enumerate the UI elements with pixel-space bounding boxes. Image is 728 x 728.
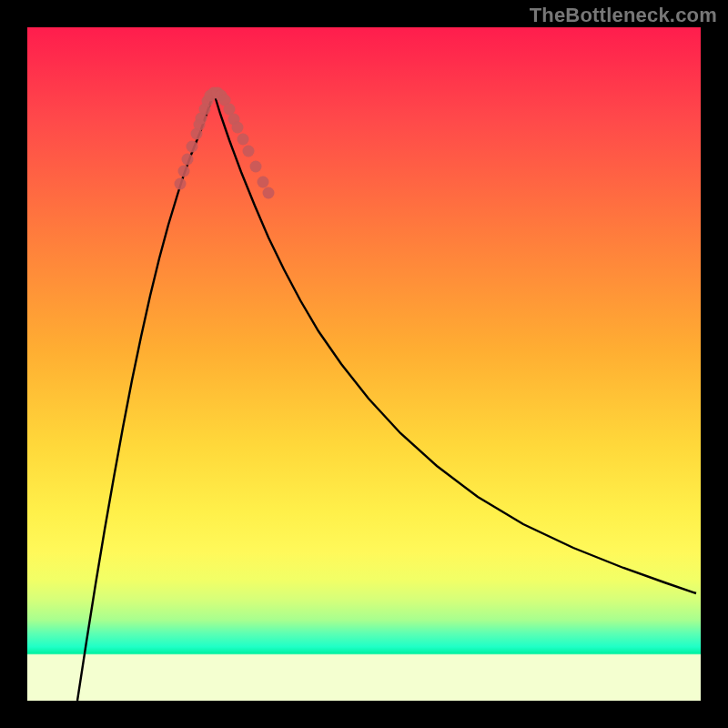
curve-marker [243,146,255,157]
chart-svg [27,27,701,701]
chart-frame: TheBottleneck.com [0,0,728,728]
curve-marker [232,122,244,134]
curve-marker [182,154,194,166]
curve-marker [250,161,262,173]
plot-area [27,27,701,701]
curve-markers [175,87,275,199]
curve-marker [238,134,249,146]
curve-left-branch [77,93,214,701]
curve-right-branch [214,93,696,593]
curve-marker [178,166,190,177]
curve-marker [187,141,198,153]
curve-marker [175,178,187,190]
curve-marker [263,187,275,199]
curve-marker [258,177,269,188]
watermark-text: TheBottleneck.com [530,4,717,27]
